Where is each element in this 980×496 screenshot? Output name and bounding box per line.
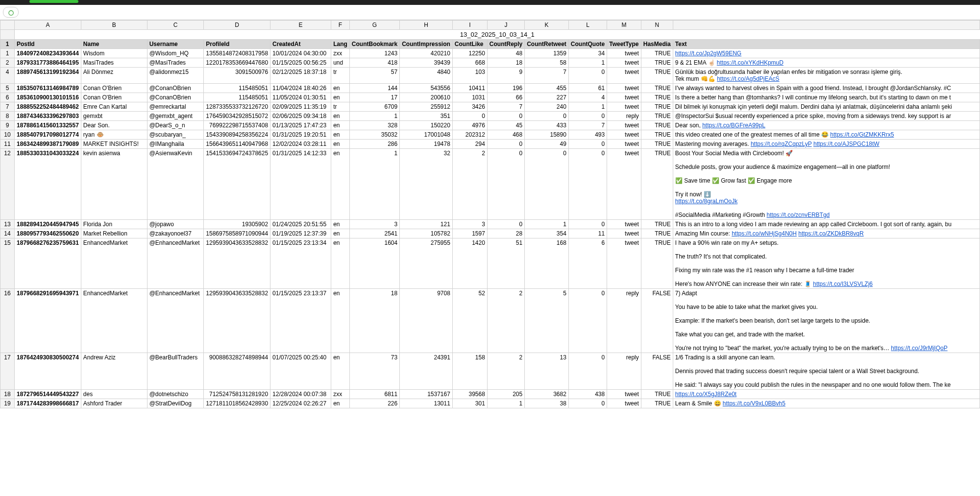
cell[interactable]: 01/31/2025 14:12:33 (270, 149, 331, 220)
cell[interactable]: 1271811018562428930 (204, 399, 270, 408)
cell[interactable]: 1889745613199192364 (15, 68, 81, 84)
cell[interactable]: 1876424930830500274 (15, 353, 81, 390)
cell[interactable]: @scubaryan_ (147, 130, 204, 140)
cell[interactable]: 17 (349, 93, 399, 102)
link[interactable]: https://t.co/V9xL0BBvh5 (723, 400, 785, 407)
cell[interactable]: gemxbt (81, 112, 147, 121)
row-header[interactable]: 15 (0, 238, 15, 289)
cell[interactable]: 1840972408234393644 (15, 49, 81, 58)
cell[interactable]: 10411 (452, 84, 487, 93)
cell[interactable]: 1359 (525, 49, 569, 58)
cell[interactable]: Ali Dönmez (81, 68, 147, 84)
cell[interactable]: 1863424899387179089 (15, 140, 81, 149)
cell[interactable]: this video created one of the greatest m… (673, 130, 980, 140)
cell[interactable]: 02/09/2025 11:35:19 (270, 102, 331, 112)
cell[interactable]: reply (607, 353, 641, 390)
cell[interactable]: 1604 (349, 238, 399, 289)
row-header[interactable]: 13 (0, 220, 15, 229)
cell[interactable]: 1 (349, 149, 399, 220)
cell[interactable]: tweet (607, 238, 641, 289)
cell[interactable]: 351 (400, 112, 453, 121)
cell[interactable]: 34 (568, 49, 607, 58)
cell[interactable]: 17001048 (400, 130, 453, 140)
cell[interactable]: 301 (452, 399, 487, 408)
spreadsheet-grid[interactable]: ABCDEFGHIJKLMN 13_02_2025_10_03_14_1 1Po… (0, 20, 980, 496)
link[interactable]: https://t.co/Jp2gW59ENG (675, 50, 741, 57)
cell[interactable]: 144 (349, 84, 399, 93)
cell[interactable]: 3 (349, 220, 399, 229)
cell[interactable]: 1879331773886464195 (15, 58, 81, 68)
header-cell[interactable]: Name (81, 40, 147, 49)
cell[interactable]: https://t.co/X5gJ8RZe0t (673, 390, 980, 399)
cell[interactable]: @IManghaila (147, 140, 204, 149)
cell[interactable]: EnhancedMarket (81, 289, 147, 353)
header-cell[interactable]: Username (147, 40, 204, 49)
cell[interactable]: @EnhancedMarket (147, 238, 204, 289)
column-header-A[interactable]: A (15, 21, 81, 30)
cell[interactable]: 115485051 (204, 84, 270, 93)
cell[interactable]: I have a 90% win rate on my A+ setups. T… (673, 238, 980, 289)
cell[interactable]: en (331, 84, 350, 93)
cell[interactable]: 01/19/2025 12:37:39 (270, 229, 331, 238)
cell[interactable]: tweet (607, 149, 641, 220)
cell[interactable]: 0 (525, 112, 569, 121)
cell[interactable]: Günlük bias doğrultusunda haber ile yapı… (673, 68, 980, 84)
cell[interactable]: 9 & 21 EMA ☝🏻 https://t.co/xYKdHKpmuD (673, 58, 980, 68)
row-header[interactable]: 5 (0, 84, 15, 93)
cell[interactable]: 0 (568, 399, 607, 408)
row-header[interactable]: 9 (0, 121, 15, 130)
cell[interactable]: @ConanOBrien (147, 84, 204, 93)
cell[interactable]: 1/6 Trading is a skill anyone can learn.… (673, 353, 980, 390)
cell[interactable]: 32 (400, 149, 453, 220)
cell[interactable]: 01/15/2025 00:56:25 (270, 58, 331, 68)
cell[interactable]: MARKET INSIGHTS! (81, 140, 147, 149)
cell[interactable]: 66 (487, 93, 524, 102)
cell[interactable]: 1586975858971090944 (204, 229, 270, 238)
cell[interactable]: TRUE (641, 84, 673, 93)
cell[interactable]: en (331, 112, 350, 121)
cell[interactable]: 900886328274898944 (204, 353, 270, 390)
cell[interactable]: 7 (525, 68, 569, 84)
cell[interactable]: 1566439651140947968 (204, 140, 270, 149)
cell[interactable]: 35032 (349, 130, 399, 140)
cell[interactable]: @zakayonoel37 (147, 229, 204, 238)
cell[interactable]: 1885330331043033224 (15, 149, 81, 220)
column-header-G[interactable]: G (349, 21, 399, 30)
cell[interactable]: 1879668276235759631 (15, 238, 81, 289)
link[interactable]: https://t.co/GtZMKKRrx5 (830, 131, 894, 138)
cell[interactable]: en (331, 289, 350, 353)
cell[interactable]: 438 (568, 390, 607, 399)
cell[interactable]: 1888552252484489462 (15, 102, 81, 112)
cell[interactable]: Dil bilmek iyi konuşmak için yeterli değ… (673, 102, 980, 112)
cell[interactable]: This is an intro to a long video I am ma… (673, 220, 980, 229)
cell[interactable]: 0 (568, 68, 607, 84)
cell[interactable]: 19305902 (204, 220, 270, 229)
cell[interactable]: @InspectorSui $usual recently experience… (673, 112, 980, 121)
cell[interactable]: 01/31/2025 19:20:51 (270, 130, 331, 140)
cell[interactable]: 200610 (400, 93, 453, 102)
cell[interactable]: tweet (607, 220, 641, 229)
cell[interactable]: 0 (487, 220, 524, 229)
cell[interactable]: 1764590342928515072 (204, 112, 270, 121)
column-header-I[interactable]: I (452, 21, 487, 30)
cell[interactable]: en (331, 121, 350, 130)
select-all-corner[interactable] (0, 21, 15, 30)
cell[interactable]: zxx (331, 390, 350, 399)
cell[interactable]: 5 (525, 289, 569, 353)
cell[interactable]: 0 (568, 149, 607, 220)
cell[interactable]: en (331, 353, 350, 390)
cell[interactable]: 1597 (452, 229, 487, 238)
cell[interactable]: 1295939043633528832 (204, 289, 270, 353)
cell[interactable]: 02/06/2025 09:34:18 (270, 112, 331, 121)
column-header-J[interactable]: J (487, 21, 524, 30)
cell[interactable]: 1420 (452, 238, 487, 289)
cell[interactable]: 12/02/2024 03:28:11 (270, 140, 331, 149)
cell[interactable]: tweet (607, 121, 641, 130)
row-header[interactable] (0, 30, 15, 40)
column-header-E[interactable]: E (270, 21, 331, 30)
cell[interactable]: tweet (607, 58, 641, 68)
cell[interactable]: @MasiTrades (147, 58, 204, 68)
cell[interactable]: Ashford Trader (81, 399, 147, 408)
cell[interactable]: 0 (568, 289, 607, 353)
cell[interactable]: des (81, 390, 147, 399)
